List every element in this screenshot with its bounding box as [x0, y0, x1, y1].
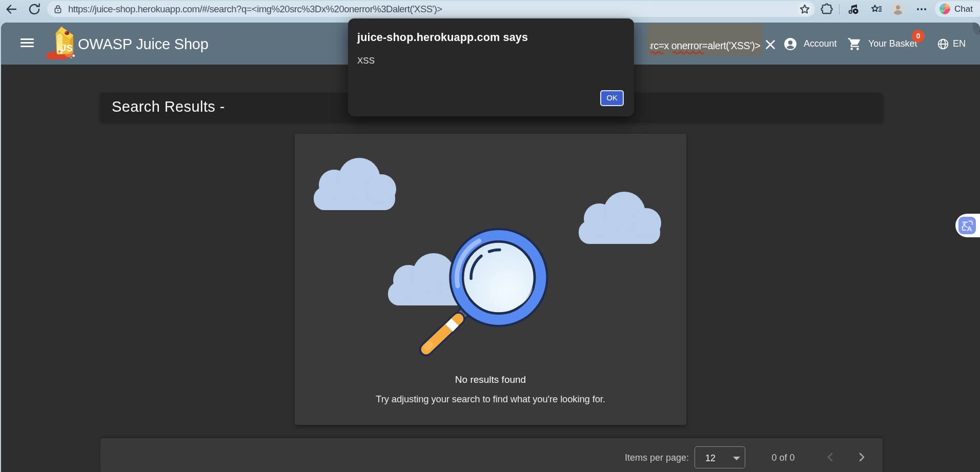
app-title: OWASP Juice Shop	[78, 36, 209, 53]
copilot-chat-button[interactable]: Chat	[935, 1, 980, 17]
alert-title: juice-shop.herokuapp.com says	[357, 31, 528, 44]
no-results-card: No results found Try adjusting your sear…	[295, 134, 686, 425]
toolbar-divider	[839, 4, 840, 14]
collections-star-icon	[869, 2, 884, 16]
translate-fab[interactable]: A	[955, 214, 980, 237]
translate-letter: A	[967, 225, 972, 233]
page-size-value: 12	[705, 447, 716, 468]
previous-page-button[interactable]	[822, 449, 839, 465]
collections-button[interactable]	[869, 2, 884, 16]
search-close-button[interactable]	[764, 38, 777, 51]
favorite-star-icon	[798, 2, 812, 16]
translate-icon: A	[958, 217, 976, 234]
lock-icon	[53, 5, 63, 14]
chevron-right-icon	[853, 449, 870, 465]
copilot-icon	[939, 3, 951, 15]
media-note-icon	[846, 2, 860, 16]
profile-avatar[interactable]	[892, 3, 904, 15]
cloud-right	[579, 192, 661, 244]
hamburger-icon	[21, 38, 34, 40]
url-text: https://juice-shop.herokuapp.com/#/searc…	[68, 1, 442, 17]
back-icon	[4, 2, 18, 16]
page-range-label: 0 of 0	[767, 441, 800, 472]
reload-icon	[27, 2, 42, 16]
cart-icon	[847, 37, 862, 51]
page-size-select[interactable]: 12	[695, 446, 745, 468]
items-per-page-label: Items per page:	[625, 441, 689, 472]
alert-dialog: juice-shop.herokuapp.com says XSS OK	[348, 18, 634, 116]
alert-message: XSS	[357, 56, 375, 66]
chevron-left-icon	[822, 449, 839, 465]
juice-shop-logo: JS	[44, 26, 79, 61]
profile-person-icon	[892, 3, 904, 15]
basket-button[interactable]	[847, 37, 862, 51]
spellcheck-squiggle	[647, 51, 763, 55]
account-button[interactable]	[784, 37, 797, 51]
logo-monogram: JS	[60, 42, 73, 53]
extensions-button[interactable]	[820, 2, 834, 16]
cloud-top-left	[314, 158, 396, 210]
account-icon	[784, 37, 797, 51]
extensions-puzzle-icon	[820, 2, 834, 16]
paginator: Items per page: 12 0 of 0	[100, 438, 883, 472]
back-button[interactable]	[4, 2, 18, 16]
chat-label: Chat	[954, 1, 973, 17]
close-icon	[764, 38, 777, 51]
basket-badge: 0	[912, 30, 925, 43]
favorite-button[interactable]	[798, 2, 812, 16]
alert-ok-button[interactable]: OK	[600, 90, 624, 106]
basket-label[interactable]: Your Basket	[868, 38, 917, 49]
menu-button[interactable]	[21, 38, 34, 49]
select-caret-icon	[733, 457, 740, 460]
search-value: src=x onerror=alert('XSS')>	[650, 40, 760, 52]
header-corner-notch	[973, 23, 980, 35]
empty-subtitle: Try adjusting your search to find what y…	[295, 394, 686, 405]
no-results-illustration	[295, 134, 686, 370]
address-bar[interactable]: https://juice-shop.herokuapp.com/#/searc…	[47, 1, 815, 17]
next-page-button[interactable]	[853, 449, 870, 465]
page-title: Search Results -	[112, 93, 225, 121]
ellipsis-icon	[914, 2, 929, 16]
media-controls-button[interactable]	[846, 2, 860, 16]
language-label[interactable]: EN	[953, 38, 966, 49]
search-input[interactable]: src=x onerror=alert('XSS')>	[647, 24, 763, 56]
reload-button[interactable]	[27, 2, 42, 16]
translate-glyph: A	[958, 217, 976, 234]
empty-title: No results found	[295, 374, 686, 385]
globe-icon	[937, 38, 949, 50]
settings-menu-button[interactable]	[914, 2, 929, 16]
account-label[interactable]: Account	[804, 38, 836, 49]
language-button[interactable]	[937, 38, 949, 50]
